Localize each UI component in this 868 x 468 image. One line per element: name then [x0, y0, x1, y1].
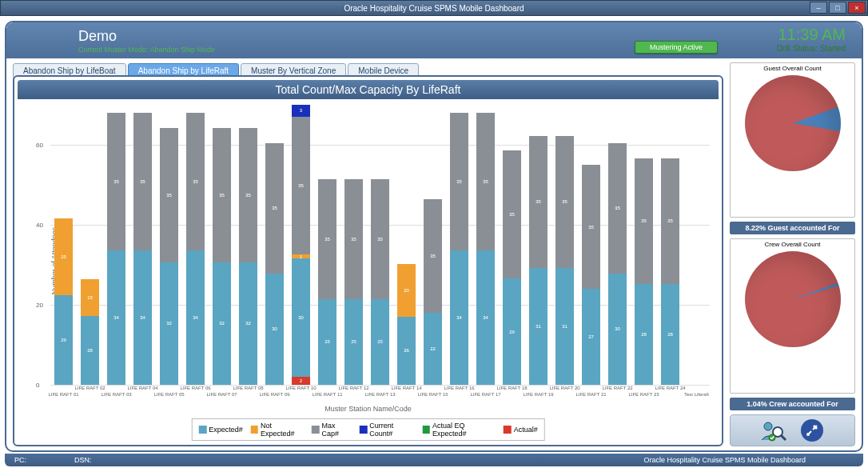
- x-label: LIFE RAFT 08: [230, 386, 267, 390]
- x-label: LIFE RAFT 02: [72, 386, 109, 390]
- svg-point-0: [764, 422, 772, 430]
- seg-max-cap-: 35: [582, 165, 600, 289]
- seg-expected-: 27: [582, 289, 600, 385]
- bar-life-raft-17[interactable]: 3435: [472, 105, 499, 385]
- seg-expected-: 30: [608, 274, 627, 385]
- bar-life-raft-16[interactable]: 3435: [446, 105, 472, 385]
- legend-item-not-expected-[interactable]: Not Expected#: [251, 422, 304, 438]
- legend-item-current-count-[interactable]: Current Count#: [360, 422, 415, 438]
- bar-life-raft-18[interactable]: 2935: [499, 105, 525, 385]
- seg-expected-: 32: [160, 262, 178, 385]
- x-label: LIFE RAFT 23: [626, 392, 663, 397]
- x-label: Test Liferaft: [679, 392, 715, 397]
- x-label: LIFE RAFT 19: [520, 392, 557, 397]
- crew-pie-card: Crew Overall Count: [730, 238, 855, 394]
- clock: 11:39 AM: [777, 26, 846, 44]
- bar-life-raft-24[interactable]: 2835: [657, 105, 683, 385]
- seg-max-cap-: 35: [239, 128, 257, 262]
- seg-expected-: 28: [661, 284, 679, 385]
- bar-life-raft-19[interactable]: 3135: [525, 105, 551, 385]
- bar-life-raft-09[interactable]: 3035: [261, 105, 288, 385]
- minimize-button[interactable]: –: [810, 2, 827, 14]
- x-label: LIFE RAFT 11: [309, 392, 346, 397]
- y-tick: 20: [36, 302, 43, 309]
- y-tick: 0: [36, 382, 39, 389]
- legend-swatch: [504, 426, 512, 434]
- x-label: LIFE RAFT 13: [362, 392, 399, 397]
- legend: Expected#Not Expected#Max Cap#Current Co…: [191, 418, 545, 441]
- tools-icon: [801, 419, 823, 442]
- seg-expected-: 34: [186, 250, 205, 385]
- settings-button[interactable]: [798, 418, 826, 442]
- x-label: LIFE RAFT 16: [441, 386, 478, 390]
- legend-item-actual-[interactable]: Actual#: [504, 422, 538, 438]
- bar-life-raft-06[interactable]: 3435: [182, 105, 209, 385]
- close-button[interactable]: ×: [848, 2, 866, 14]
- seg-max-cap-: 35: [344, 179, 363, 299]
- bar-life-raft-23[interactable]: 2835: [631, 105, 657, 385]
- page-title: Demo: [78, 28, 215, 45]
- legend-item-expected-[interactable]: Expected#: [198, 422, 243, 438]
- seg-max-cap-: 35: [661, 158, 679, 285]
- x-label: LIFE RAFT 17: [468, 392, 504, 397]
- bar-life-raft-22[interactable]: 3035: [604, 105, 631, 385]
- bar-life-raft-05[interactable]: 3235: [156, 105, 182, 385]
- bar-life-raft-14[interactable]: 2620: [393, 105, 420, 385]
- x-label: LIFE RAFT 15: [415, 392, 452, 397]
- seg-not-expected-: 1: [292, 254, 310, 258]
- guest-pie-title: Guest Overall Count: [763, 65, 821, 72]
- bar-life-raft-01[interactable]: 2925: [50, 105, 77, 385]
- bar-life-raft-08[interactable]: 3235: [235, 105, 261, 385]
- x-label: LIFE RAFT 18: [494, 386, 531, 390]
- seg-expected-: 30: [292, 258, 310, 377]
- seg-max-cap-: 35: [213, 128, 231, 262]
- maximize-button[interactable]: □: [829, 2, 846, 14]
- seg-max-cap-: 35: [133, 113, 152, 251]
- seg-max-cap-: 35: [107, 113, 125, 251]
- chart-title: Total Count/Max Capacity By LifeRaft: [18, 80, 719, 99]
- seg-expected-: 29: [503, 278, 521, 385]
- seg-max-cap-: 35: [476, 113, 495, 251]
- seg-current-count-: 3: [292, 105, 310, 117]
- bar-test-liferaft[interactable]: 1: [683, 105, 710, 385]
- bar-life-raft-21[interactable]: 2735: [578, 105, 604, 385]
- window-titlebar: Oracle Hospitality Cruise SPMS Mobile Da…: [0, 0, 868, 16]
- legend-label: Current Count#: [369, 422, 415, 438]
- seg-expected-: 25: [318, 299, 336, 385]
- legend-label: Max Cap#: [321, 422, 352, 438]
- bar-life-raft-04[interactable]: 3435: [129, 105, 156, 385]
- legend-item-max-cap-[interactable]: Max Cap#: [312, 422, 352, 438]
- seg-not-expected-: 20: [397, 264, 416, 317]
- chart-card: Total Count/Max Capacity By LifeRaft Num…: [13, 75, 723, 446]
- bar-life-raft-10[interactable]: 2301353: [288, 105, 314, 385]
- bar-life-raft-12[interactable]: 2535: [340, 105, 367, 385]
- bar-life-raft-11[interactable]: 2535: [314, 105, 340, 385]
- seg-expected-: 31: [529, 268, 547, 385]
- bar-life-raft-13[interactable]: 2535: [367, 105, 393, 385]
- seg-expected-: 22: [424, 313, 442, 385]
- legend-swatch: [251, 426, 258, 434]
- bar-life-raft-15[interactable]: 2235: [420, 105, 446, 385]
- legend-swatch: [360, 426, 367, 434]
- legend-label: Expected#: [209, 426, 243, 434]
- seg-max-cap-: 35: [635, 158, 653, 285]
- bar-life-raft-20[interactable]: 3135: [551, 105, 578, 385]
- bar-life-raft-07[interactable]: 3235: [209, 105, 235, 385]
- person-search-icon: [760, 419, 787, 442]
- x-label: LIFE RAFT 24: [652, 386, 689, 390]
- seg-actual-: 2: [292, 377, 310, 385]
- x-label: LIFE RAFT 06: [177, 386, 214, 390]
- bar-life-raft-03[interactable]: 3435: [103, 105, 129, 385]
- seg-expected-: 34: [476, 250, 495, 385]
- search-person-button[interactable]: [759, 418, 788, 442]
- y-tick: 60: [36, 142, 43, 149]
- x-label: LIFE RAFT 09: [257, 392, 293, 397]
- seg-expected-: 25: [344, 299, 363, 385]
- x-label: LIFE RAFT 12: [336, 386, 372, 390]
- legend-item-actual-eq-expected-[interactable]: Actual EQ Expected#: [423, 422, 496, 438]
- seg-max-cap-: 35: [371, 179, 389, 299]
- x-label: LIFE RAFT 21: [573, 392, 610, 397]
- svg-line-2: [781, 435, 786, 440]
- seg-max-cap-: 35: [503, 150, 521, 278]
- bar-life-raft-02[interactable]: 2815: [77, 105, 103, 385]
